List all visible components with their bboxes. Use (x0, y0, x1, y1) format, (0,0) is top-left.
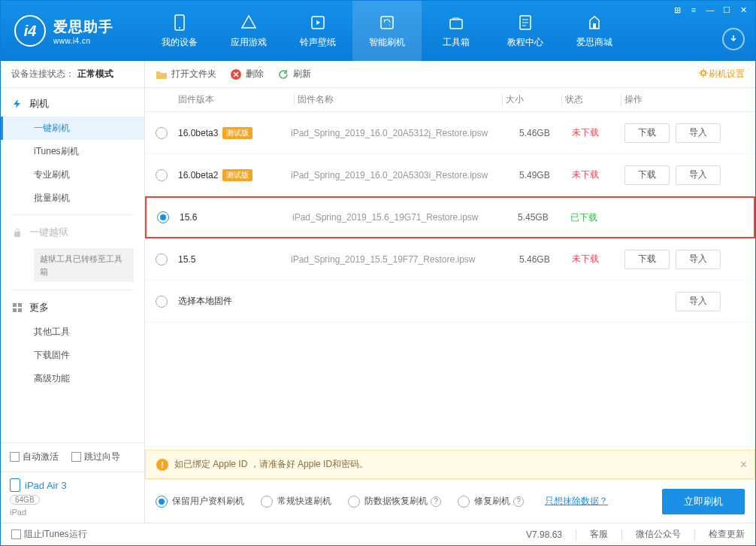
option-normal[interactable]: 常规快速刷机 (261, 495, 331, 508)
option-anti-recovery[interactable]: 防数据恢复刷机? (348, 495, 441, 508)
import-button[interactable]: 导入 (676, 123, 721, 143)
size-cell: 5.45GB (518, 212, 570, 223)
footer-wechat[interactable]: 微信公众号 (636, 528, 681, 541)
col-ops: 操作 (624, 93, 745, 106)
filename-cell: iPad_Spring_2019_16.0_20A5303i_Restore.i… (291, 170, 519, 180)
block-itunes-checkbox[interactable]: 阻止iTunes运行 (11, 528, 87, 541)
delete-button[interactable]: 删除 (230, 68, 264, 80)
menu-icon[interactable]: ≡ (686, 4, 701, 16)
sidebar-item-advanced[interactable]: 高级功能 (1, 367, 144, 390)
auto-activate-checkbox[interactable]: 自动激活 (10, 450, 59, 463)
lock-icon (11, 226, 23, 238)
nav-tab[interactable]: 我的设备 (145, 1, 214, 61)
firmware-row[interactable]: 16.0beta2测试版 iPad_Spring_2019_16.0_20A53… (145, 154, 755, 196)
footer-service[interactable]: 客服 (590, 528, 608, 541)
nav-tab[interactable]: 工具箱 (422, 1, 491, 61)
firmware-row[interactable]: 15.5 iPad_Spring_2019_15.5_19F77_Restore… (145, 238, 755, 281)
flash-now-button[interactable]: 立即刷机 (662, 489, 745, 514)
flash-icon (11, 98, 23, 110)
refresh-button[interactable]: 刷新 (277, 68, 311, 80)
table-header: 固件版本 固件名称 大小 状态 操作 (145, 88, 755, 112)
row-radio[interactable] (156, 253, 168, 265)
nav-tab[interactable]: 智能刷机 (352, 1, 422, 61)
col-status: 状态 (565, 93, 618, 106)
svg-point-13 (701, 71, 706, 75)
nav-tab[interactable]: 应用游戏 (214, 1, 283, 61)
option-keep-data[interactable]: 保留用户资料刷机 (156, 495, 244, 508)
flash-settings-button[interactable]: 刷机设置 (698, 68, 745, 80)
nav-icon (585, 14, 603, 32)
nav-icon (516, 14, 534, 32)
skip-guide-checkbox[interactable]: 跳过向导 (71, 450, 120, 463)
minimize-button[interactable]: — (703, 4, 718, 16)
nav-icon (378, 14, 396, 32)
version-cell: 16.0beta3测试版 (178, 127, 291, 139)
sidebar-item-pro[interactable]: 专业刷机 (1, 163, 144, 187)
row-radio[interactable] (156, 127, 168, 139)
row-radio[interactable] (156, 169, 168, 181)
footer-update[interactable]: 检查更新 (709, 528, 745, 541)
help-icon[interactable]: ? (513, 496, 524, 507)
ops-cell: 下载导入 (624, 165, 745, 185)
nav-icon (309, 14, 327, 32)
help-icon[interactable]: ? (431, 496, 441, 507)
divider (11, 214, 134, 215)
download-button[interactable]: 下载 (624, 123, 670, 143)
local-label: 选择本地固件 (178, 295, 291, 308)
grid-icon[interactable]: ⊞ (670, 4, 685, 16)
col-version: 固件版本 (178, 93, 291, 106)
delete-icon (230, 68, 242, 80)
import-button[interactable]: 导入 (676, 292, 721, 311)
row-radio[interactable] (156, 296, 168, 308)
device-info[interactable]: iPad Air 3 64GB iPad (1, 472, 144, 523)
firmware-row[interactable]: 15.6 iPad_Spring_2019_15.6_19G71_Restore… (145, 196, 755, 238)
filename-cell: iPad_Spring_2019_15.5_19F77_Restore.ipsw (291, 254, 519, 265)
status-cell: 未下载 (572, 126, 624, 139)
svg-rect-11 (18, 308, 22, 312)
sidebar-item-batch[interactable]: 批量刷机 (1, 187, 144, 210)
filename-cell: iPad_Spring_2019_15.6_19G71_Restore.ipsw (292, 212, 518, 223)
sidebar-item-one-click[interactable]: 一键刷机 (1, 117, 144, 140)
col-name: 固件名称 (298, 93, 499, 106)
sidebar-group-flash[interactable]: 刷机 (1, 91, 144, 117)
sidebar-item-other-tools[interactable]: 其他工具 (1, 320, 144, 344)
firmware-row[interactable]: 16.0beta3测试版 iPad_Spring_2019_16.0_20A53… (145, 112, 755, 154)
sidebar-item-download-fw[interactable]: 下载固件 (1, 344, 144, 367)
sidebar: 设备连接状态： 正常模式 刷机 一键刷机 iTunes刷机 专业刷机 批量刷机 … (1, 61, 145, 523)
sidebar-item-itunes[interactable]: iTunes刷机 (1, 140, 144, 163)
divider (11, 290, 134, 290)
close-warning-button[interactable]: × (740, 458, 747, 472)
group-label: 更多 (29, 301, 49, 314)
import-button[interactable]: 导入 (676, 165, 721, 185)
svg-rect-8 (13, 303, 17, 307)
logo[interactable]: i4 爱思助手 www.i4.cn (1, 15, 145, 47)
download-button[interactable]: 下载 (624, 165, 670, 185)
device-status: 设备连接状态： 正常模式 (1, 61, 144, 88)
close-button[interactable]: ✕ (736, 4, 751, 16)
erase-data-link[interactable]: 只想抹除数据？ (545, 495, 608, 508)
device-type: iPad (10, 508, 135, 517)
option-repair[interactable]: 修复刷机? (458, 495, 524, 508)
folder-icon (156, 68, 168, 80)
version-cell: 16.0beta2测试版 (178, 169, 291, 181)
nav-tab[interactable]: 铃声壁纸 (283, 1, 352, 61)
nav-tab[interactable]: 爱思商城 (560, 1, 629, 61)
svg-rect-6 (593, 23, 596, 29)
warning-bar: ! 如已绑定 Apple ID ，请准备好 Apple ID和密码。 × (145, 450, 755, 479)
beta-tag: 测试版 (222, 169, 253, 181)
maximize-button[interactable]: ☐ (719, 4, 734, 16)
status-cell: 未下载 (572, 253, 624, 265)
sidebar-group-more[interactable]: 更多 (1, 295, 144, 320)
nav-tab[interactable]: 教程中心 (491, 1, 560, 61)
download-indicator-icon[interactable] (722, 28, 745, 50)
row-radio[interactable] (157, 211, 169, 223)
svg-rect-4 (450, 20, 462, 29)
open-folder-button[interactable]: 打开文件夹 (156, 68, 216, 80)
import-button[interactable]: 导入 (676, 250, 721, 269)
app-name: 爱思助手 (53, 17, 113, 37)
svg-rect-7 (14, 232, 20, 237)
firmware-row-local[interactable]: 选择本地固件 导入 (145, 281, 755, 323)
logo-icon: i4 (14, 15, 46, 47)
warning-icon: ! (156, 459, 168, 471)
download-button[interactable]: 下载 (624, 250, 670, 269)
